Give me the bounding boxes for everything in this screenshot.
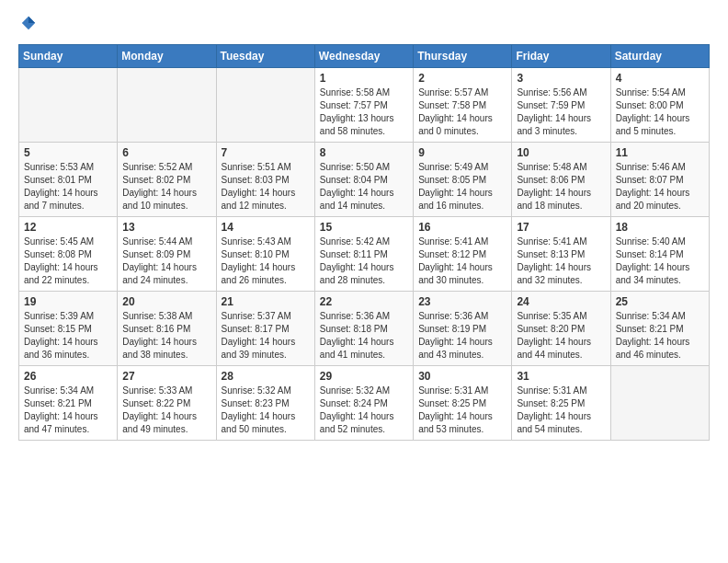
day-info: Sunrise: 5:40 AMSunset: 8:14 PMDaylight:…: [616, 236, 704, 287]
day-cell-24: 24Sunrise: 5:35 AMSunset: 8:20 PMDayligh…: [512, 291, 610, 365]
day-info: Sunrise: 5:41 AMSunset: 8:13 PMDaylight:…: [517, 236, 605, 287]
day-cell-29: 29Sunrise: 5:32 AMSunset: 8:24 PMDayligh…: [314, 365, 413, 440]
day-info: Sunrise: 5:49 AMSunset: 8:05 PMDaylight:…: [418, 161, 506, 213]
day-cell-22: 22Sunrise: 5:36 AMSunset: 8:18 PMDayligh…: [314, 291, 413, 365]
day-info: Sunrise: 5:35 AMSunset: 8:20 PMDaylight:…: [517, 310, 605, 362]
day-info: Sunrise: 5:34 AMSunset: 8:21 PMDaylight:…: [616, 310, 704, 362]
day-cell-10: 10Sunrise: 5:48 AMSunset: 8:06 PMDayligh…: [512, 142, 610, 216]
day-info: Sunrise: 5:32 AMSunset: 8:24 PMDaylight:…: [320, 385, 408, 436]
day-number: 19: [24, 295, 112, 308]
day-info: Sunrise: 5:58 AMSunset: 7:57 PMDaylight:…: [320, 86, 408, 138]
day-cell-2: 2Sunrise: 5:57 AMSunset: 7:58 PMDaylight…: [414, 67, 512, 142]
day-number: 10: [517, 146, 605, 159]
day-number: 23: [418, 295, 506, 308]
day-cell-23: 23Sunrise: 5:36 AMSunset: 8:19 PMDayligh…: [414, 291, 512, 365]
day-cell-4: 4Sunrise: 5:54 AMSunset: 8:00 PMDaylight…: [610, 67, 709, 142]
day-cell-15: 15Sunrise: 5:42 AMSunset: 8:11 PMDayligh…: [314, 216, 413, 291]
day-info: Sunrise: 5:43 AMSunset: 8:10 PMDaylight:…: [222, 236, 310, 287]
day-info: Sunrise: 5:56 AMSunset: 7:59 PMDaylight:…: [517, 86, 605, 138]
day-cell-25: 25Sunrise: 5:34 AMSunset: 8:21 PMDayligh…: [610, 291, 709, 365]
day-cell-30: 30Sunrise: 5:31 AMSunset: 8:25 PMDayligh…: [414, 365, 512, 440]
day-number: 17: [517, 221, 605, 234]
day-number: 3: [517, 72, 605, 85]
day-info: Sunrise: 5:44 AMSunset: 8:09 PMDaylight:…: [122, 236, 210, 287]
day-number: 11: [616, 146, 704, 159]
day-info: Sunrise: 5:45 AMSunset: 8:08 PMDaylight:…: [24, 236, 112, 287]
day-number: 26: [24, 370, 112, 383]
col-header-monday: Monday: [118, 44, 216, 67]
day-cell-6: 6Sunrise: 5:52 AMSunset: 8:02 PMDaylight…: [118, 142, 216, 216]
day-number: 9: [418, 146, 506, 159]
day-number: 24: [517, 295, 605, 308]
empty-cell: [118, 67, 216, 142]
day-number: 7: [222, 146, 310, 159]
day-info: Sunrise: 5:46 AMSunset: 8:07 PMDaylight:…: [616, 161, 704, 213]
day-info: Sunrise: 5:41 AMSunset: 8:12 PMDaylight:…: [418, 236, 506, 287]
header-row: SundayMondayTuesdayWednesdayThursdayFrid…: [19, 44, 710, 67]
day-cell-27: 27Sunrise: 5:33 AMSunset: 8:22 PMDayligh…: [118, 365, 216, 440]
day-info: Sunrise: 5:37 AMSunset: 8:17 PMDaylight:…: [222, 310, 310, 362]
day-cell-31: 31Sunrise: 5:31 AMSunset: 8:25 PMDayligh…: [512, 365, 610, 440]
day-info: Sunrise: 5:54 AMSunset: 8:00 PMDaylight:…: [616, 86, 704, 138]
day-cell-9: 9Sunrise: 5:49 AMSunset: 8:05 PMDaylight…: [414, 142, 512, 216]
day-number: 5: [24, 146, 112, 159]
day-number: 30: [418, 370, 506, 383]
day-number: 13: [122, 221, 210, 234]
day-cell-11: 11Sunrise: 5:46 AMSunset: 8:07 PMDayligh…: [610, 142, 709, 216]
day-number: 4: [616, 72, 704, 85]
week-row-4: 19Sunrise: 5:39 AMSunset: 8:15 PMDayligh…: [19, 291, 710, 365]
day-info: Sunrise: 5:50 AMSunset: 8:04 PMDaylight:…: [320, 161, 408, 213]
day-number: 21: [222, 295, 310, 308]
col-header-wednesday: Wednesday: [314, 44, 413, 67]
logo: [18, 15, 37, 33]
day-number: 6: [122, 146, 210, 159]
day-cell-14: 14Sunrise: 5:43 AMSunset: 8:10 PMDayligh…: [216, 216, 314, 291]
col-header-tuesday: Tuesday: [216, 44, 314, 67]
day-cell-3: 3Sunrise: 5:56 AMSunset: 7:59 PMDaylight…: [512, 67, 610, 142]
day-number: 2: [418, 72, 506, 85]
empty-cell: [216, 67, 314, 142]
day-number: 29: [320, 370, 408, 383]
day-number: 31: [517, 370, 605, 383]
day-cell-1: 1Sunrise: 5:58 AMSunset: 7:57 PMDaylight…: [314, 67, 413, 142]
day-info: Sunrise: 5:33 AMSunset: 8:22 PMDaylight:…: [122, 385, 210, 436]
day-cell-8: 8Sunrise: 5:50 AMSunset: 8:04 PMDaylight…: [314, 142, 413, 216]
day-number: 12: [24, 221, 112, 234]
day-cell-5: 5Sunrise: 5:53 AMSunset: 8:01 PMDaylight…: [19, 142, 118, 216]
calendar-table: SundayMondayTuesdayWednesdayThursdayFrid…: [18, 44, 710, 441]
day-info: Sunrise: 5:48 AMSunset: 8:06 PMDaylight:…: [517, 161, 605, 213]
day-number: 8: [320, 146, 408, 159]
day-number: 18: [616, 221, 704, 234]
day-info: Sunrise: 5:57 AMSunset: 7:58 PMDaylight:…: [418, 86, 506, 138]
week-row-2: 5Sunrise: 5:53 AMSunset: 8:01 PMDaylight…: [19, 142, 710, 216]
day-number: 27: [122, 370, 210, 383]
day-info: Sunrise: 5:36 AMSunset: 8:19 PMDaylight:…: [418, 310, 506, 362]
day-cell-13: 13Sunrise: 5:44 AMSunset: 8:09 PMDayligh…: [118, 216, 216, 291]
empty-cell: [610, 365, 709, 440]
day-info: Sunrise: 5:34 AMSunset: 8:21 PMDaylight:…: [24, 385, 112, 436]
calendar-page: SundayMondayTuesdayWednesdayThursdayFrid…: [0, 0, 728, 455]
col-header-thursday: Thursday: [414, 44, 512, 67]
week-row-1: 1Sunrise: 5:58 AMSunset: 7:57 PMDaylight…: [19, 67, 710, 142]
day-cell-18: 18Sunrise: 5:40 AMSunset: 8:14 PMDayligh…: [610, 216, 709, 291]
day-number: 1: [320, 72, 408, 85]
day-cell-16: 16Sunrise: 5:41 AMSunset: 8:12 PMDayligh…: [414, 216, 512, 291]
day-cell-21: 21Sunrise: 5:37 AMSunset: 8:17 PMDayligh…: [216, 291, 314, 365]
day-info: Sunrise: 5:31 AMSunset: 8:25 PMDaylight:…: [418, 385, 506, 436]
day-info: Sunrise: 5:42 AMSunset: 8:11 PMDaylight:…: [320, 236, 408, 287]
week-row-5: 26Sunrise: 5:34 AMSunset: 8:21 PMDayligh…: [19, 365, 710, 440]
day-number: 15: [320, 221, 408, 234]
day-info: Sunrise: 5:31 AMSunset: 8:25 PMDaylight:…: [517, 385, 605, 436]
day-cell-26: 26Sunrise: 5:34 AMSunset: 8:21 PMDayligh…: [19, 365, 118, 440]
day-number: 25: [616, 295, 704, 308]
day-cell-7: 7Sunrise: 5:51 AMSunset: 8:03 PMDaylight…: [216, 142, 314, 216]
day-number: 28: [222, 370, 310, 383]
day-info: Sunrise: 5:38 AMSunset: 8:16 PMDaylight:…: [122, 310, 210, 362]
day-cell-28: 28Sunrise: 5:32 AMSunset: 8:23 PMDayligh…: [216, 365, 314, 440]
day-number: 16: [418, 221, 506, 234]
day-cell-19: 19Sunrise: 5:39 AMSunset: 8:15 PMDayligh…: [19, 291, 118, 365]
day-number: 14: [222, 221, 310, 234]
day-cell-17: 17Sunrise: 5:41 AMSunset: 8:13 PMDayligh…: [512, 216, 610, 291]
day-info: Sunrise: 5:52 AMSunset: 8:02 PMDaylight:…: [122, 161, 210, 213]
day-info: Sunrise: 5:51 AMSunset: 8:03 PMDaylight:…: [222, 161, 310, 213]
